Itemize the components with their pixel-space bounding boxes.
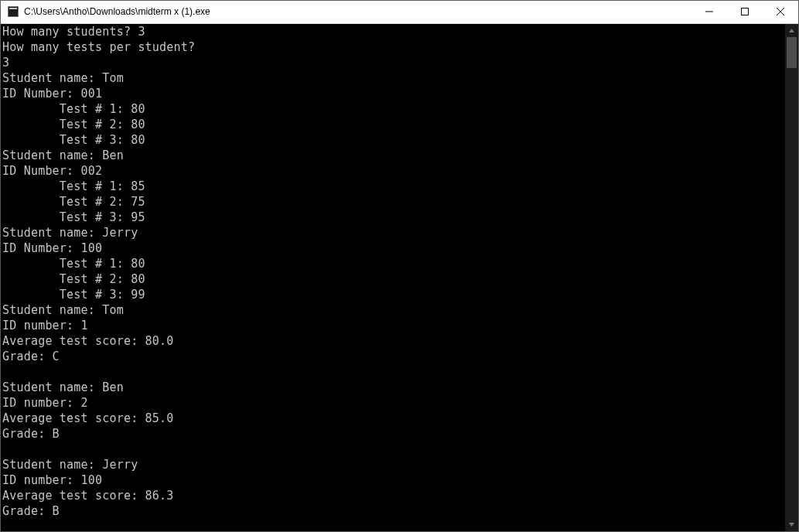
scroll-down-button[interactable]	[785, 518, 798, 531]
console-line: ID number: 2	[2, 395, 785, 411]
console-line: Student name: Jerry	[2, 457, 785, 472]
console-output[interactable]: How many students? 3How many tests per s…	[1, 24, 785, 531]
console-line: Test # 2: 75	[2, 194, 785, 210]
console-line: Grade: B	[2, 426, 785, 442]
svg-marker-7	[789, 523, 794, 527]
console-line	[2, 364, 785, 380]
console-line: Test # 3: 80	[2, 132, 785, 148]
console-line: Test # 1: 85	[2, 179, 785, 194]
minimize-button[interactable]	[691, 1, 727, 23]
console-line: Average test score: 86.3	[2, 488, 785, 503]
maximize-button[interactable]	[727, 1, 763, 23]
console-line: ID number: 1	[2, 318, 785, 333]
console-line: Test # 2: 80	[2, 117, 785, 132]
console-line: ID Number: 001	[2, 86, 785, 101]
console-line	[2, 519, 785, 531]
scrollbar-thumb[interactable]	[787, 37, 797, 68]
svg-marker-6	[789, 29, 794, 32]
titlebar[interactable]: C:\Users\Antho\Downloads\midterm x (1).e…	[1, 1, 798, 24]
console-line: Test # 2: 80	[2, 271, 785, 287]
console-line: Student name: Jerry	[2, 225, 785, 240]
console-line: ID number: 100	[2, 472, 785, 488]
scrollbar-track[interactable]	[785, 37, 798, 518]
console-line: Test # 1: 80	[2, 101, 785, 117]
console-line: How many students? 3	[2, 24, 785, 39]
console-line: Average test score: 85.0	[2, 411, 785, 426]
close-button[interactable]	[763, 1, 798, 23]
svg-rect-1	[9, 8, 17, 9]
console-line	[2, 442, 785, 457]
console-line: ID Number: 002	[2, 163, 785, 179]
vertical-scrollbar[interactable]	[785, 24, 798, 531]
console-line: Student name: Ben	[2, 148, 785, 163]
console-line: How many tests per student?	[2, 39, 785, 55]
console-line: Test # 3: 99	[2, 287, 785, 302]
console-line: Grade: C	[2, 349, 785, 364]
app-icon	[7, 5, 19, 18]
console-line: 3	[2, 55, 785, 70]
window-controls	[691, 1, 798, 23]
console-line: Test # 1: 80	[2, 256, 785, 271]
console-line: Student name: Tom	[2, 70, 785, 86]
scroll-up-button[interactable]	[785, 24, 798, 37]
console-line: Grade: B	[2, 503, 785, 519]
console-line: Student name: Tom	[2, 302, 785, 318]
console-window: C:\Users\Antho\Downloads\midterm x (1).e…	[0, 0, 799, 532]
console-line: Average test score: 80.0	[2, 333, 785, 349]
svg-rect-3	[742, 9, 749, 15]
console-line: ID Number: 100	[2, 240, 785, 256]
window-title: C:\Users\Antho\Downloads\midterm x (1).e…	[24, 6, 210, 17]
console-line: Student name: Ben	[2, 380, 785, 395]
client-area: How many students? 3How many tests per s…	[1, 24, 798, 531]
console-line: Test # 3: 95	[2, 210, 785, 225]
